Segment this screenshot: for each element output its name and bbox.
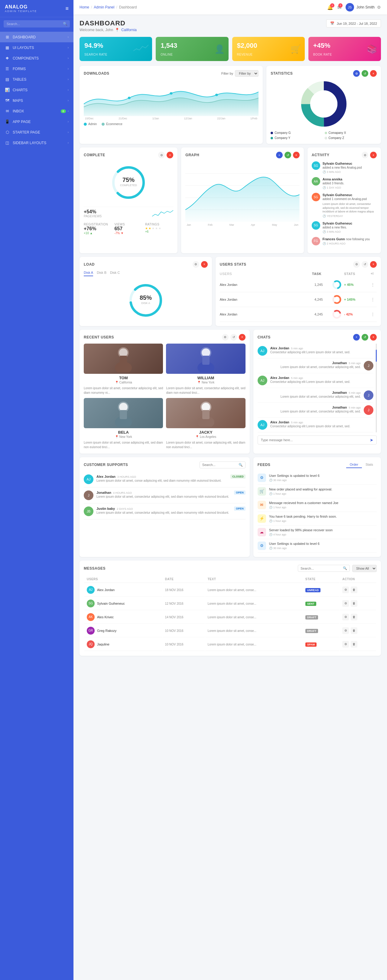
user-stats-menu-0[interactable]: ⋮ [371, 282, 377, 287]
dot-company-x [325, 132, 327, 134]
graph-btn-close[interactable]: × [293, 152, 299, 158]
user-card-location-bela: 📍 New York [84, 435, 163, 439]
msg-delete-4[interactable]: 🗑 [351, 641, 357, 648]
load-actions: ⚙ × [193, 261, 208, 268]
load-btn-settings[interactable]: ⚙ [193, 261, 199, 268]
support-name-2: Justin baby [96, 507, 115, 511]
sidebar-item-tables[interactable]: ▤ TABLES › [0, 74, 73, 84]
inbox-arrow: › [68, 110, 68, 113]
graph-btn-2[interactable]: ↺ [285, 152, 291, 158]
sidebar-item-dashboard[interactable]: ⊞ DASHBOARD › [0, 32, 73, 42]
msg-settings-2[interactable]: ⚙ [342, 614, 349, 620]
recent-users-btn-refresh[interactable]: ↺ [230, 334, 237, 340]
sidebar-item-forms[interactable]: ☰ FORMS › [0, 64, 73, 74]
date-range-button[interactable]: 📅 Jun 19, 2022 - Jul 18, 2022 [326, 19, 381, 27]
statistics-btn-close[interactable]: × [370, 70, 377, 77]
chats-actions: + ↺ × [353, 334, 377, 340]
welcome-text: Welcome back, John [80, 28, 113, 32]
feed-tab-stats[interactable]: Stats [362, 461, 377, 468]
user-menu[interactable]: JS John Smith ⚙ [346, 3, 381, 11]
support-content-1: Jonathan4 HOURS AGO OPEN Lorem ipsum dol… [96, 490, 245, 499]
support-name-0: Alex Jordan [96, 475, 116, 478]
chats-btn-2[interactable]: ↺ [362, 334, 368, 340]
user-card-location-tom: 📍 California [84, 381, 163, 384]
load-btn-close[interactable]: × [201, 261, 208, 268]
users-stats-btn-settings[interactable]: ⚙ [353, 261, 360, 268]
feed-tab-order[interactable]: Order [346, 461, 362, 468]
activity-btn-close[interactable]: × [370, 152, 377, 158]
chat-content-0: Alex Jordan5 min ago Consectetur adipisc… [270, 346, 373, 355]
chat-scrollbar[interactable] [376, 344, 377, 433]
sidebar-item-components[interactable]: ❖ COMPONENTS › [0, 53, 73, 64]
msg-state-3: DRAFT [305, 629, 319, 633]
stat-card-online: 1,543 ONLINE 👤 [156, 37, 228, 61]
users-stats-btn-close[interactable]: × [370, 261, 377, 268]
ui-layouts-arrow: › [68, 46, 68, 49]
user-stats-menu-1[interactable]: ⋮ [371, 297, 377, 302]
disk-tab-a[interactable]: Disk A [84, 271, 93, 276]
complete-btn-settings[interactable]: ⚙ [158, 152, 165, 158]
msg-delete-0[interactable]: 🗑 [351, 587, 357, 593]
disk-tab-c[interactable]: Disk C [110, 271, 120, 276]
message-row-3: GR Greg Rakozy 10 NOV 2016 Lorem ipsum d… [84, 624, 376, 637]
breadcrumb-admin[interactable]: Admin Panel [94, 5, 114, 10]
chats-btn-close[interactable]: × [370, 334, 377, 340]
chat-avatar-2: AJ [258, 375, 267, 385]
activity-btn-settings[interactable]: ⚙ [362, 152, 368, 158]
star-4: ★ [155, 227, 158, 230]
messages-filter-select[interactable]: Show All Unread Sent Draft [352, 565, 377, 572]
msg-settings-3[interactable]: ⚙ [342, 627, 349, 634]
notifications-button[interactable]: 🔔 1 [327, 5, 333, 10]
messages-search-input[interactable] [301, 566, 343, 570]
chat-input[interactable] [261, 438, 370, 442]
sidebar-item-charts[interactable]: 📊 CHARTS › [0, 84, 73, 95]
disk-tab-b[interactable]: Disk B [97, 271, 107, 276]
user-stats-menu-2[interactable]: ⋮ [371, 312, 377, 317]
support-search-input[interactable] [202, 463, 239, 466]
chat-content-4: Jonathan5 min ago Lorem ipsum dolor sit … [258, 405, 361, 414]
feed-content-4: Server loaded by 98% please recover soon… [269, 528, 377, 536]
chat-send-button[interactable]: ➤ [370, 438, 373, 442]
sidebar-item-label-dashboard: DASHBOARD [13, 35, 36, 39]
msg-delete-1[interactable]: 🗑 [351, 600, 357, 607]
feed-item-5: ⚙ User Settings is updated to level 6 🕐 … [258, 539, 377, 553]
messages-button[interactable]: ✉ 2 [338, 5, 341, 10]
activity-content-2: Sylvain Guiheneuc added 1 comment on Ana… [323, 193, 377, 218]
sidebar-item-ui-layouts[interactable]: ▦ UI LAYOUTS › [0, 42, 73, 53]
chat-time-5: 5 min ago [291, 421, 303, 424]
activity-name-4: Frances Gunn [323, 237, 345, 241]
users-stats-actions: ⚙ ↺ × [353, 261, 377, 268]
statistics-btn-settings[interactable]: ⚙ [353, 70, 360, 77]
chat-avatar-1: J [364, 361, 373, 371]
msg-settings-1[interactable]: ⚙ [342, 600, 349, 607]
chat-time-0: 5 min ago [291, 347, 303, 350]
recent-users-btn-close[interactable]: × [239, 334, 245, 340]
chat-name-0: Alex Jordan [270, 346, 289, 350]
downloads-filter-select[interactable]: Filter by Weekly Monthly [235, 70, 258, 77]
breadcrumb-home[interactable]: Home [80, 5, 89, 10]
msg-delete-3[interactable]: 🗑 [351, 627, 357, 634]
msg-settings-4[interactable]: ⚙ [342, 641, 349, 648]
sidebar-item-sidebar-layouts[interactable]: ◫ SIDEBAR LAYOUTS › [0, 137, 73, 148]
sidebar-item-starter[interactable]: ⬡ STARTER PAGE › [0, 127, 73, 137]
recent-users-btn-settings[interactable]: ⚙ [222, 334, 229, 340]
chat-avatar-3: J [364, 390, 373, 400]
hamburger-button[interactable]: ≡ [65, 5, 68, 12]
sidebar-item-app-page[interactable]: 📱 APP PAGE › [0, 116, 73, 127]
graph-btn-1[interactable]: + [276, 152, 283, 158]
breadcrumb-sep1: / [91, 5, 92, 10]
users-stats-btn-refresh[interactable]: ↺ [362, 261, 368, 268]
msg-name-4: Jaquline [97, 643, 110, 646]
sidebar-item-maps[interactable]: 🗺 MAPS › [0, 95, 73, 106]
msg-avatar-1: SG [87, 600, 95, 608]
legend-label-ecommerce: Ecommerce [106, 123, 122, 126]
msg-settings-0[interactable]: ⚙ [342, 587, 349, 593]
chat-content-5: Alex Jordan5 min ago Consectetur adipisc… [270, 420, 373, 428]
sidebar-item-inbox[interactable]: ✉ INBOX 6 › [0, 106, 73, 116]
chats-btn-1[interactable]: + [353, 334, 360, 340]
msg-delete-2[interactable]: 🗑 [351, 614, 357, 620]
statistics-btn-refresh[interactable]: ↺ [362, 70, 368, 77]
complete-btn-close[interactable]: × [167, 152, 173, 158]
sidebar-search-input[interactable] [4, 20, 70, 27]
settings-icon[interactable]: ⚙ [377, 5, 381, 10]
